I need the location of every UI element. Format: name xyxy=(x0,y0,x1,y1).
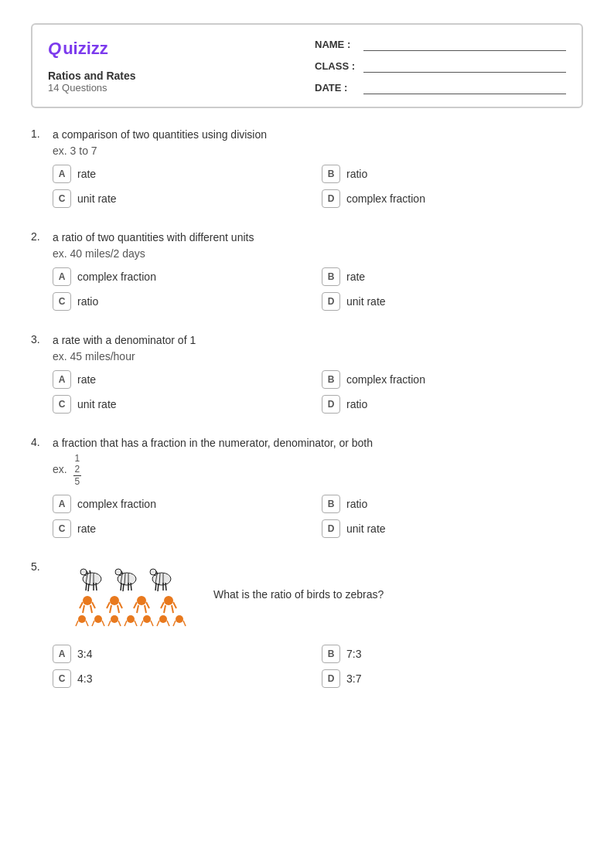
svg-line-51 xyxy=(173,602,176,608)
svg-line-71 xyxy=(167,621,169,626)
svg-point-69 xyxy=(159,615,167,623)
q1-content: a comparison of two quantities using div… xyxy=(53,127,267,157)
svg-line-40 xyxy=(107,602,110,608)
q5-option-a-box: A xyxy=(53,645,71,663)
svg-line-64 xyxy=(125,621,127,626)
date-line xyxy=(363,80,566,94)
q1-example: ex. 3 to 7 xyxy=(53,145,267,157)
svg-line-42 xyxy=(110,605,111,613)
q4-example: ex. 12 5 xyxy=(53,453,373,487)
worksheet-subtitle: 14 Questions xyxy=(48,82,299,94)
q3-option-d-text: ratio xyxy=(346,398,367,410)
q1-option-a: A rate xyxy=(53,165,314,183)
q3-option-a-box: A xyxy=(53,370,71,389)
svg-line-43 xyxy=(118,605,119,613)
logo: Q uizizz xyxy=(48,39,299,59)
q3-options: A rate B complex fraction C unit rate D … xyxy=(53,370,583,414)
q3-option-a-text: rate xyxy=(77,373,96,386)
svg-line-74 xyxy=(183,621,186,626)
q3-option-c: C unit rate xyxy=(53,395,314,414)
q2-option-c-box: C xyxy=(53,292,71,311)
q2-option-b-text: rate xyxy=(346,271,365,283)
svg-line-65 xyxy=(135,621,137,626)
svg-line-3 xyxy=(90,570,90,574)
svg-line-48 xyxy=(145,605,146,613)
q4-option-c: C rate xyxy=(53,519,314,538)
question-5: 5. xyxy=(31,560,583,688)
svg-line-31 xyxy=(158,584,159,591)
question-1: 1. a comparison of two quantities using … xyxy=(31,127,583,208)
q1-number: 1. xyxy=(31,127,53,140)
q3-content: a rate with a denominator of 1 ex. 45 mi… xyxy=(53,332,196,363)
q2-number: 2. xyxy=(31,230,53,243)
q4-fraction: 12 5 xyxy=(73,453,82,487)
svg-line-50 xyxy=(161,602,164,608)
svg-point-39 xyxy=(110,596,119,605)
logo-q: Q xyxy=(48,39,61,59)
q5-number: 5. xyxy=(31,560,53,573)
svg-point-49 xyxy=(164,596,173,605)
page: Q uizizz Ratios and Rates 14 Questions N… xyxy=(0,0,614,733)
q3-option-a: A rate xyxy=(53,370,314,389)
logo-text: uizizz xyxy=(63,39,108,59)
name-label: NAME : xyxy=(315,39,357,50)
svg-line-70 xyxy=(157,621,159,626)
q2-text: a ratio of two quantities with different… xyxy=(53,230,254,246)
q1-option-c-text: unit rate xyxy=(77,192,117,205)
q3-option-b-text: complex fraction xyxy=(346,373,425,386)
svg-line-56 xyxy=(86,621,88,626)
q1-option-d-box: D xyxy=(322,189,340,208)
svg-line-47 xyxy=(137,605,138,613)
q1-option-a-box: A xyxy=(53,165,71,183)
q4-fraction-numerator: 12 xyxy=(73,453,82,476)
q2-option-b: B rate xyxy=(322,267,583,286)
q5-option-c-text: 4:3 xyxy=(77,672,92,685)
svg-line-37 xyxy=(83,605,84,613)
q5-option-d-box: D xyxy=(322,669,340,688)
q5-content: What is the ratio of birds to zebras? xyxy=(74,560,384,629)
svg-point-26 xyxy=(150,569,156,575)
svg-line-41 xyxy=(119,602,122,608)
svg-line-33 xyxy=(165,583,166,591)
q3-number: 3. xyxy=(31,332,53,345)
q5-option-d-text: 3:7 xyxy=(346,672,361,685)
question-4: 4. a fraction that has a fraction in the… xyxy=(31,435,583,538)
q4-option-c-box: C xyxy=(53,519,71,538)
q1-text: a comparison of two quantities using div… xyxy=(53,127,267,143)
header-left: Q uizizz Ratios and Rates 14 Questions xyxy=(48,37,299,94)
date-label: DATE : xyxy=(315,82,357,94)
q3-option-d-box: D xyxy=(322,395,340,414)
question-2: 2. a ratio of two quantities with differ… xyxy=(31,230,583,311)
class-field-row: CLASS : xyxy=(315,59,566,73)
animals-svg xyxy=(74,560,198,629)
q1-option-c: C unit rate xyxy=(53,189,314,208)
q4-option-d-box: D xyxy=(322,519,340,538)
svg-line-59 xyxy=(102,621,104,626)
header-right: NAME : CLASS : DATE : xyxy=(299,37,566,94)
class-label: CLASS : xyxy=(315,60,357,72)
svg-line-8 xyxy=(86,583,87,591)
q1-option-b: B ratio xyxy=(322,165,583,183)
svg-line-35 xyxy=(80,602,83,608)
q4-example-prefix: ex. xyxy=(53,463,70,475)
class-line xyxy=(363,59,566,73)
q4-option-b-text: ratio xyxy=(346,498,367,510)
q2-option-a-text: complex fraction xyxy=(77,271,156,283)
q4-option-a-box: A xyxy=(53,495,71,513)
svg-point-72 xyxy=(176,615,183,623)
q4-text: a fraction that has a fraction in the nu… xyxy=(53,435,373,451)
q4-content: a fraction that has a fraction in the nu… xyxy=(53,435,373,487)
svg-line-73 xyxy=(173,621,176,626)
q2-option-d: D unit rate xyxy=(322,292,583,311)
q1-options: A rate B ratio C unit rate D complex fra… xyxy=(53,165,583,208)
q4-option-d: D unit rate xyxy=(322,519,583,538)
svg-line-19 xyxy=(121,583,121,591)
q1-option-b-text: ratio xyxy=(346,168,367,180)
q3-text: a rate with a denominator of 1 xyxy=(53,332,196,349)
q4-row: 4. a fraction that has a fraction in the… xyxy=(31,435,583,487)
svg-point-54 xyxy=(78,615,86,623)
q2-example: ex. 40 miles/2 days xyxy=(53,247,254,260)
name-field-row: NAME : xyxy=(315,37,566,51)
q4-options: A complex fraction B ratio C rate D unit… xyxy=(53,495,583,538)
q4-option-a: A complex fraction xyxy=(53,495,314,513)
